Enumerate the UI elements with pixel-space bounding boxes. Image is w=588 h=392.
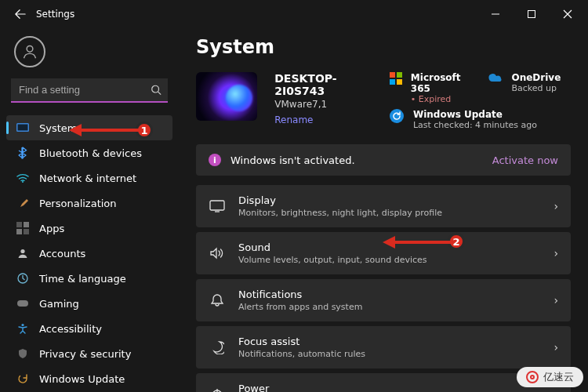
- tile-focus-assist[interactable]: Focus assistNotifications, automatic rul…: [196, 326, 571, 368]
- sidebar-item-windows-update[interactable]: Windows Update: [6, 366, 172, 391]
- tile-desc: Monitors, brightness, night light, displ…: [238, 208, 442, 218]
- update-icon: [16, 372, 30, 386]
- chevron-right-icon: ›: [554, 341, 558, 354]
- pc-hardware: VMware7,1: [274, 99, 372, 110]
- chevron-right-icon: ›: [554, 294, 558, 307]
- sidebar-item-personalization[interactable]: Personalization: [6, 191, 172, 216]
- sidebar-item-label: Accessibility: [39, 323, 102, 335]
- pc-thumbnail: [196, 72, 257, 121]
- watermark-icon: [526, 371, 539, 383]
- shield-icon: [16, 347, 30, 361]
- display-icon: [16, 121, 30, 135]
- sidebar-nav: System Bluetooth & devices Network & int…: [6, 115, 172, 391]
- account-area[interactable]: [6, 33, 172, 78]
- sidebar-item-accessibility[interactable]: Accessibility: [6, 316, 172, 341]
- pc-meta: DESKTOP-2I0S743 VMware7,1 Rename: [274, 72, 372, 125]
- svg-point-1: [27, 45, 33, 52]
- person-icon: [21, 43, 38, 60]
- tile-desc: Alerts from apps and system: [238, 302, 362, 312]
- svg-point-6: [20, 249, 24, 253]
- chevron-right-icon: ›: [554, 388, 558, 392]
- svg-rect-0: [528, 11, 535, 18]
- tile-display[interactable]: DisplayMonitors, brightness, night light…: [196, 185, 571, 227]
- page-title: System: [196, 36, 571, 58]
- maximize-button[interactable]: [516, 3, 547, 25]
- sidebar-item-gaming[interactable]: Gaming: [6, 291, 172, 316]
- card-title: Microsoft 365: [411, 72, 473, 94]
- annotation-arrow-2: [381, 235, 453, 249]
- sidebar-item-label: Accounts: [39, 248, 85, 260]
- activate-link[interactable]: Activate now: [492, 154, 558, 166]
- back-button[interactable]: [9, 3, 31, 25]
- card-title: Windows Update: [413, 109, 537, 120]
- rename-link[interactable]: Rename: [274, 114, 313, 125]
- window-title: Settings: [36, 9, 74, 20]
- sidebar-item-label: Bluetooth & devices: [39, 147, 142, 159]
- sidebar-item-time-language[interactable]: Time & language: [6, 266, 172, 291]
- sidebar-item-label: Windows Update: [39, 373, 125, 385]
- tile-power[interactable]: PowerSleep, battery usage, battery saver…: [196, 373, 571, 392]
- search-field[interactable]: [11, 78, 168, 103]
- sidebar-item-label: Personalization: [39, 198, 117, 209]
- tile-desc: Notifications, automatic rules: [238, 349, 365, 359]
- titlebar: Settings: [0, 0, 588, 28]
- svg-point-10: [390, 109, 404, 123]
- card-windows-update[interactable]: Windows UpdateLast checked: 4 minutes ag…: [390, 109, 571, 130]
- person-icon: [16, 246, 30, 260]
- bell-icon: [209, 293, 226, 307]
- sidebar-item-bluetooth[interactable]: Bluetooth & devices: [6, 140, 172, 165]
- minimize-button[interactable]: [480, 3, 511, 25]
- card-m365[interactable]: Microsoft 365• Expired: [390, 72, 473, 104]
- search-input[interactable]: [11, 78, 168, 103]
- globe-clock-icon: [16, 271, 30, 285]
- sidebar-item-label: Apps: [39, 223, 64, 234]
- sidebar: System Bluetooth & devices Network & int…: [0, 28, 179, 392]
- watermark-text: 亿速云: [543, 370, 574, 384]
- card-sub: Backed up: [511, 83, 561, 93]
- apps-icon: [16, 221, 30, 235]
- close-button[interactable]: [552, 3, 583, 25]
- tile-title: Notifications: [238, 289, 362, 300]
- card-onedrive[interactable]: OneDriveBacked up: [488, 72, 571, 104]
- tile-title: Focus assist: [238, 336, 365, 347]
- watermark: 亿速云: [517, 367, 583, 387]
- avatar: [14, 36, 45, 67]
- main: System DESKTOP-2I0S743 VMware7,1 Rename …: [179, 28, 588, 392]
- gamepad-icon: [16, 296, 30, 310]
- tile-notifications[interactable]: NotificationsAlerts from apps and system…: [196, 279, 571, 321]
- sidebar-item-network[interactable]: Network & internet: [6, 165, 172, 191]
- pc-info-row: DESKTOP-2I0S743 VMware7,1 Rename Microso…: [196, 72, 571, 130]
- onedrive-icon: [488, 72, 503, 88]
- search-icon: [151, 84, 162, 97]
- annotation-arrow-1: [67, 123, 140, 137]
- display-tile-icon: [209, 200, 226, 212]
- sidebar-item-label: Gaming: [39, 298, 79, 310]
- sidebar-item-privacy[interactable]: Privacy & security: [6, 341, 172, 366]
- brush-icon: [16, 196, 30, 210]
- chevron-right-icon: ›: [554, 247, 558, 260]
- wifi-icon: [16, 171, 30, 185]
- sound-icon: [209, 247, 226, 260]
- arrow-left-icon: [15, 9, 26, 20]
- sidebar-item-label: Privacy & security: [39, 348, 131, 360]
- status-cards: Microsoft 365• Expired OneDriveBacked up…: [390, 72, 571, 130]
- sidebar-item-label: Network & internet: [39, 172, 136, 184]
- m365-icon: [390, 72, 403, 88]
- sidebar-item-label: Time & language: [39, 273, 126, 285]
- minimize-icon: [491, 9, 500, 19]
- window-controls: [480, 3, 583, 25]
- banner-message: Windows isn't activated.: [230, 154, 355, 166]
- update-round-icon: [390, 109, 405, 125]
- maximize-icon: [527, 9, 536, 19]
- card-title: OneDrive: [511, 72, 561, 83]
- bluetooth-icon: [16, 146, 30, 160]
- power-icon: [209, 387, 226, 392]
- sidebar-item-apps[interactable]: Apps: [6, 216, 172, 241]
- card-sub: • Expired: [411, 94, 473, 104]
- activation-banner: i Windows isn't activated. Activate now: [196, 144, 571, 176]
- svg-rect-11: [210, 201, 224, 210]
- chevron-right-icon: ›: [554, 200, 558, 212]
- svg-point-5: [22, 181, 24, 183]
- tile-title: Power: [238, 383, 391, 392]
- sidebar-item-accounts[interactable]: Accounts: [6, 241, 172, 266]
